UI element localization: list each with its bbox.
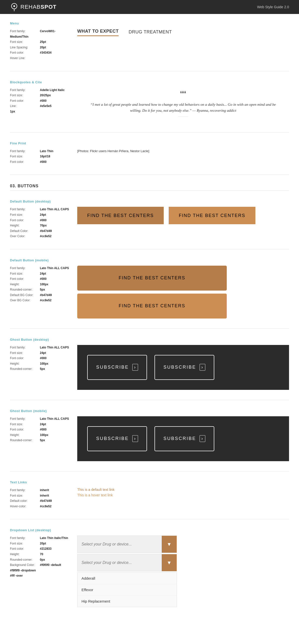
dropdown-input-1[interactable]: [77, 536, 162, 553]
subscribe-ghost-button-1[interactable]: SUBSCRIBE ›: [87, 355, 147, 380]
divider-7: [10, 400, 289, 400]
chevron-right-icon-2: ›: [200, 364, 205, 371]
divider-3: [10, 174, 289, 175]
dbm-spec-2: Font color:#000: [10, 276, 70, 282]
ghost-btn-desktop-label: Ghost Button (desktop): [10, 338, 289, 342]
bq-key-2: Font color:: [10, 98, 40, 104]
dropdown-list-item-1[interactable]: Effexor: [77, 584, 177, 596]
chevron-right-mobile-icon-2: ›: [200, 435, 205, 442]
divider-1: [10, 71, 289, 71]
tl-spec-1: Font size:inherit: [10, 493, 70, 498]
logo-spot: SPOT: [41, 4, 56, 10]
dl-spec-2: Font color:#212833: [10, 546, 70, 552]
blockquotes-section-row: Font family:Adelle Light Italic Font siz…: [10, 88, 289, 122]
subscribe-ghost-button-2[interactable]: SUBSCRIBE ›: [154, 355, 214, 380]
gbm-spec-4: Rounded-corner:5px: [10, 438, 70, 443]
bq-val-0: Adelle Light Italic: [40, 88, 64, 92]
gbm-spec-0: Font family:Lato Thin ALL CAPS: [10, 416, 70, 422]
dbd-spec-0: Font family:Lato Thin ALL CAPS: [10, 207, 70, 212]
default-btn-mobile-spec-table: Font family:Lato Thin ALL CAPS Font size…: [10, 266, 70, 303]
menu-section-row: Font family:CervoW01-Medium/Thin Font si…: [10, 29, 289, 61]
spec-row-0: Font family:CervoW01-Medium/Thin: [10, 29, 70, 40]
bq-spec-0: Font family:Adelle Light Italic: [10, 88, 70, 93]
dropdown-list-item-2[interactable]: Hip Replacement: [77, 596, 177, 607]
default-text-link[interactable]: This is a default text link: [77, 488, 289, 492]
hover-text-link[interactable]: This is a hover text link: [77, 493, 289, 497]
fp-key-1: Font size:: [10, 154, 40, 160]
menu-spec-col: Font family:CervoW01-Medium/Thin Font si…: [10, 29, 70, 61]
find-best-centers-mobile-button-1[interactable]: Find the best centers: [77, 266, 227, 290]
chevron-down-icon-1: ▼: [167, 542, 172, 547]
blockquote-demo: ““ “I met a lot of great people and lear…: [77, 88, 289, 122]
divider-4: [10, 190, 289, 190]
gbd-spec-0: Font family:Lato Thin ALL CAPS: [10, 345, 70, 350]
ghost-btn-desktop-spec-table: Font family:Lato Thin ALL CAPS Font size…: [10, 345, 70, 372]
text-links-label: Text Links: [10, 480, 289, 484]
gbd-spec-3: Height:100px: [10, 361, 70, 367]
default-btn-mobile-demo: Find the best centers Find the best cent…: [70, 266, 289, 318]
spec-key-3: Font color:: [10, 50, 40, 56]
spec-val-3: #343434: [40, 51, 51, 54]
ghost-btn-desktop-row: Font family:Lato Thin ALL CAPS Font size…: [10, 345, 289, 390]
dl-spec-7: #fff -over: [10, 573, 70, 579]
dropdown-arrow-button-2[interactable]: ▼: [162, 554, 177, 571]
find-best-centers-button-2[interactable]: Find the best centers: [169, 207, 255, 224]
text-links-demo-col: This is a default text link This is a ho…: [70, 488, 289, 509]
chevron-right-icon-1: ›: [132, 364, 138, 371]
nav-item-what-to-expect[interactable]: WHAT TO EXPECT: [77, 29, 119, 36]
ghost-btn-desktop-container: SUBSCRIBE › SUBSCRIBE ›: [77, 345, 289, 390]
blockquotes-section-label: Blockquotes & Cite: [10, 80, 289, 84]
dropdown-arrow-button-1[interactable]: ▼: [162, 536, 177, 553]
dbm-spec-6: Over BG Color:#cc8e52: [10, 298, 70, 303]
gbd-spec-1: Font size:24pt: [10, 350, 70, 356]
subscribe-ghost-mobile-button-1[interactable]: SUBSCRIBE ›: [87, 426, 147, 451]
nav-item-drug-treatment[interactable]: DRUG TREATMENT: [129, 30, 172, 36]
logo-area: REHABSPOT: [10, 3, 56, 11]
spec-key-1: Font size:: [10, 40, 40, 45]
spec-val-2: 20pt: [40, 46, 46, 49]
ghost-btn-mobile-label: Ghost Button (mobile): [10, 409, 289, 413]
subscribe-ghost-mobile-button-2[interactable]: SUBSCRIBE ›: [154, 426, 214, 451]
ghost-btn-mobile-spec-table: Font family:Lato Thin ALL CAPS Font size…: [10, 416, 70, 443]
dl-spec-3: Height:70: [10, 552, 70, 557]
spec-row-2: Line Spacing:20pt: [10, 45, 70, 50]
nav-demo: WHAT TO EXPECT DRUG TREATMENT: [77, 29, 289, 38]
spec-key-2: Line Spacing:: [10, 45, 40, 50]
dropdown-section-row: Font family:Lato Thin italic/Thin Font s…: [10, 536, 289, 607]
header-subtitle: Web Style Guide 2.0: [257, 5, 289, 9]
chevron-right-mobile-icon-1: ›: [132, 435, 138, 442]
subscribe-ghost-label-1: SUBSCRIBE: [96, 365, 129, 370]
chevron-down-icon-2: ▼: [167, 560, 172, 566]
bq-val-2: #000: [40, 99, 47, 102]
text-links-demo: This is a default text link This is a ho…: [77, 488, 289, 497]
ghost-btn-mobile-row: Font family:Lato Thin ALL CAPS Font size…: [10, 416, 289, 461]
ghost-btn-mobile-demo: SUBSCRIBE › SUBSCRIBE ›: [70, 416, 289, 461]
divider-8: [10, 471, 289, 472]
default-btn-desktop-label: Default Button (desktop): [10, 200, 289, 203]
fp-val-2: #000: [40, 160, 47, 164]
dl-spec-0: Font family:Lato Thin italic/Thin: [10, 536, 70, 541]
find-best-centers-mobile-button-2[interactable]: Find the best centers: [77, 294, 227, 318]
divider-6: [10, 328, 289, 329]
ghost-btn-desktop-spec-col: Font family:Lato Thin ALL CAPS Font size…: [10, 345, 70, 390]
dbd-spec-4: Default Color:#b47d49: [10, 228, 70, 234]
fp-key-0: Font family:: [10, 149, 40, 154]
menu-spec-table: Font family:CervoW01-Medium/Thin Font si…: [10, 29, 70, 61]
dropdown-demo-col: ▼ ▼ Adderall Effexor Hip Replacement: [70, 536, 289, 607]
divider-9: [10, 519, 289, 519]
gbd-spec-4: Rounded-corner:5px: [10, 366, 70, 372]
bq-spec-3: Line:#e5e5e5: [10, 104, 70, 109]
quote-mark: ““: [87, 90, 279, 99]
fine-print-demo-text: [Photos: Flickr users Hernán Piñera, Nes…: [77, 149, 149, 153]
menu-demo-col: WHAT TO EXPECT DRUG TREATMENT: [70, 29, 289, 61]
dbd-spec-3: Height:70px: [10, 223, 70, 228]
dropdown-input-2[interactable]: [77, 554, 162, 571]
default-btn-mobile-row: Font family:Lato Thin ALL CAPS Font size…: [10, 266, 289, 318]
find-best-centers-button-1[interactable]: Find the best centers: [77, 207, 164, 224]
dropdown-list-item-0[interactable]: Adderall: [77, 573, 177, 584]
quote-text: “I met a lot of great people and learned…: [87, 102, 279, 114]
logo-rehab: REHAB: [20, 4, 41, 10]
blockquotes-spec-col: Font family:Adelle Light Italic Font siz…: [10, 88, 70, 122]
spec-val-1: 25pt: [40, 40, 46, 44]
dbd-spec-5: Over Color:#cc8e52: [10, 234, 70, 239]
